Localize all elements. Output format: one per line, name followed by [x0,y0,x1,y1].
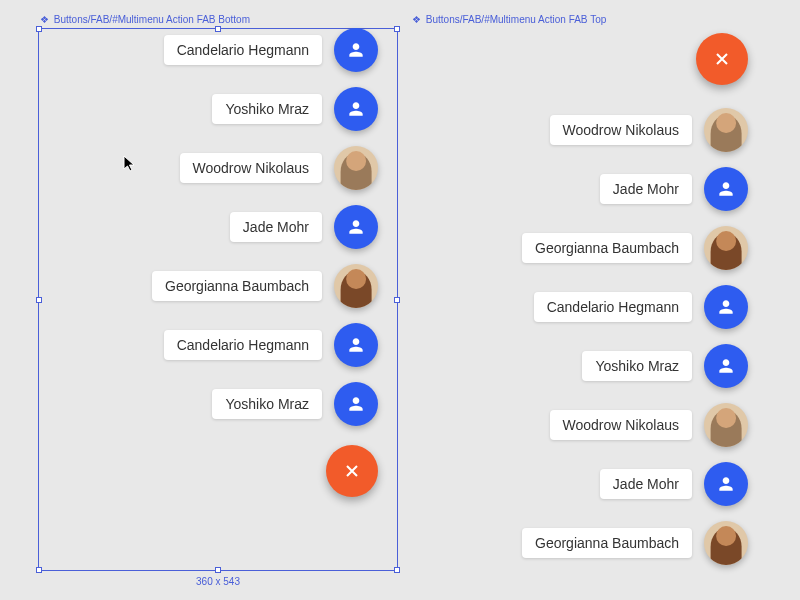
fab-label: Candelario Hegmann [164,330,322,360]
person-icon [346,217,366,237]
component-icon: ❖ [412,14,421,25]
fab-item[interactable]: Jade Mohr [600,167,748,211]
close-icon [342,461,362,481]
fab-action-button[interactable] [334,323,378,367]
fab-action-button[interactable] [704,167,748,211]
fab-label: Georgianna Baumbach [522,233,692,263]
fab-menu-top: Woodrow Nikolaus Jade Mohr Georgianna Ba… [522,33,748,565]
fab-avatar-button[interactable] [704,108,748,152]
fab-item[interactable]: Candelario Hegmann [164,28,378,72]
dimension-label: 360 x 543 [38,576,398,587]
fab-label: Georgianna Baumbach [522,528,692,558]
person-icon [346,99,366,119]
avatar [704,521,748,565]
fab-avatar-button[interactable] [334,146,378,190]
avatar [704,226,748,270]
artboard-label-text: Buttons/FAB/#Multimenu Action FAB Top [426,14,606,25]
person-icon [346,335,366,355]
fab-label: Yoshiko Mraz [582,351,692,381]
person-icon [346,40,366,60]
resize-handle[interactable] [36,567,42,573]
resize-handle[interactable] [394,26,400,32]
fab-main-item [326,445,378,497]
component-icon: ❖ [40,14,49,25]
fab-label: Jade Mohr [600,469,692,499]
fab-label: Jade Mohr [230,212,322,242]
resize-handle[interactable] [394,297,400,303]
fab-avatar-button[interactable] [704,403,748,447]
fab-label: Jade Mohr [600,174,692,204]
avatar [334,146,378,190]
artboard-label-right[interactable]: ❖ Buttons/FAB/#Multimenu Action FAB Top [412,14,606,25]
fab-item[interactable]: Yoshiko Mraz [212,382,378,426]
avatar [704,403,748,447]
fab-main-button[interactable] [696,33,748,85]
avatar [704,108,748,152]
fab-menu-bottom: Candelario Hegmann Yoshiko Mraz Woodrow … [152,28,378,497]
fab-action-button[interactable] [334,205,378,249]
resize-handle[interactable] [215,567,221,573]
person-icon [716,297,736,317]
fab-label: Georgianna Baumbach [152,271,322,301]
cursor-pointer [123,155,137,173]
fab-item[interactable]: Georgianna Baumbach [522,521,748,565]
person-icon [716,356,736,376]
fab-item[interactable]: Yoshiko Mraz [582,344,748,388]
fab-action-button[interactable] [334,382,378,426]
fab-avatar-button[interactable] [704,226,748,270]
avatar [334,264,378,308]
artboard-label-text: Buttons/FAB/#Multimenu Action FAB Bottom [54,14,250,25]
person-icon [716,179,736,199]
fab-item[interactable]: Yoshiko Mraz [212,87,378,131]
fab-label: Candelario Hegmann [164,35,322,65]
fab-main-item [696,33,748,85]
fab-label: Candelario Hegmann [534,292,692,322]
fab-item[interactable]: Georgianna Baumbach [522,226,748,270]
fab-action-button[interactable] [334,87,378,131]
fab-item[interactable]: Candelario Hegmann [164,323,378,367]
fab-action-button[interactable] [704,462,748,506]
resize-handle[interactable] [36,297,42,303]
fab-main-button[interactable] [326,445,378,497]
person-icon [716,474,736,494]
fab-action-button[interactable] [704,285,748,329]
resize-handle[interactable] [36,26,42,32]
fab-action-button[interactable] [704,344,748,388]
artboard-label-left[interactable]: ❖ Buttons/FAB/#Multimenu Action FAB Bott… [40,14,250,25]
fab-label: Yoshiko Mraz [212,94,322,124]
fab-item[interactable]: Georgianna Baumbach [152,264,378,308]
fab-item[interactable]: Woodrow Nikolaus [550,403,748,447]
fab-label: Woodrow Nikolaus [550,410,692,440]
fab-item[interactable]: Woodrow Nikolaus [550,108,748,152]
close-icon [712,49,732,69]
fab-action-button[interactable] [334,28,378,72]
resize-handle[interactable] [394,567,400,573]
fab-item[interactable]: Jade Mohr [230,205,378,249]
fab-label: Yoshiko Mraz [212,389,322,419]
fab-item[interactable]: Candelario Hegmann [534,285,748,329]
fab-label: Woodrow Nikolaus [550,115,692,145]
fab-avatar-button[interactable] [704,521,748,565]
fab-label: Woodrow Nikolaus [180,153,322,183]
person-icon [346,394,366,414]
fab-item[interactable]: Jade Mohr [600,462,748,506]
fab-item[interactable]: Woodrow Nikolaus [180,146,378,190]
fab-avatar-button[interactable] [334,264,378,308]
